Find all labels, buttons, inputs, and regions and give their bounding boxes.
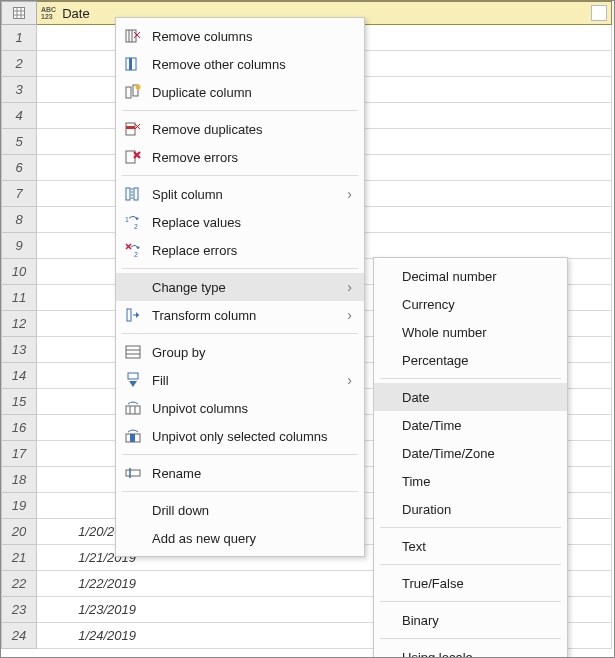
submenu-using-locale[interactable]: Using locale… [374,643,567,658]
svg-rect-34 [126,346,140,358]
svg-rect-43 [130,434,135,442]
row-header[interactable]: 11 [1,285,37,311]
menu-separator [122,333,358,334]
menu-transform-column[interactable]: Transform column › [116,301,364,329]
row-header[interactable]: 8 [1,207,37,233]
row-header[interactable]: 22 [1,571,37,597]
row-header[interactable]: 13 [1,337,37,363]
row-header[interactable]: 10 [1,259,37,285]
select-all-corner[interactable] [1,1,37,25]
menu-unpivot-columns[interactable]: Unpivot columns [116,394,364,422]
unpivot-columns-icon [124,399,142,417]
svg-marker-33 [136,312,139,318]
row-header[interactable]: 17 [1,441,37,467]
menu-separator [380,527,561,528]
rename-icon [124,464,142,482]
menu-duplicate-column[interactable]: Duplicate column [116,78,364,106]
row-header[interactable]: 20 [1,519,37,545]
remove-other-columns-icon [124,55,142,73]
row-header[interactable]: 1 [1,25,37,51]
chevron-right-icon: › [347,186,352,202]
row-header[interactable]: 24 [1,623,37,649]
remove-duplicates-icon [124,120,142,138]
row-header[interactable]: 12 [1,311,37,337]
menu-remove-duplicates[interactable]: Remove duplicates [116,115,364,143]
blank-icon [124,529,142,547]
svg-text:2: 2 [134,251,138,258]
menu-remove-columns[interactable]: Remove columns [116,22,364,50]
column-filter-dropdown[interactable] [591,5,607,21]
blank-icon [124,278,142,296]
chevron-right-icon: › [347,279,352,295]
submenu-true-false[interactable]: True/False [374,569,567,597]
menu-replace-errors[interactable]: 2 Replace errors [116,236,364,264]
menu-separator [380,601,561,602]
submenu-percentage[interactable]: Percentage [374,346,567,374]
row-header[interactable]: 3 [1,77,37,103]
submenu-whole-number[interactable]: Whole number [374,318,567,346]
menu-separator [380,638,561,639]
fill-icon [124,371,142,389]
submenu-datetimezone[interactable]: Date/Time/Zone [374,439,567,467]
menu-separator [122,454,358,455]
row-header[interactable]: 5 [1,129,37,155]
row-header[interactable]: 19 [1,493,37,519]
submenu-duration[interactable]: Duration [374,495,567,523]
menu-separator [380,378,561,379]
row-header[interactable]: 21 [1,545,37,571]
blank-icon [124,501,142,519]
submenu-binary[interactable]: Binary [374,606,567,634]
transform-column-icon [124,306,142,324]
row-header[interactable]: 15 [1,389,37,415]
menu-separator [380,564,561,565]
chevron-right-icon: › [347,372,352,388]
svg-rect-39 [126,406,140,414]
menu-remove-errors[interactable]: Remove errors [116,143,364,171]
menu-fill[interactable]: Fill › [116,366,364,394]
menu-change-type[interactable]: Change type › [116,273,364,301]
menu-split-column[interactable]: Split column › [116,180,364,208]
column-context-menu: Remove columns Remove other columns Dupl… [115,17,365,557]
menu-unpivot-only-selected[interactable]: Unpivot only selected columns [116,422,364,450]
submenu-date[interactable]: Date [374,383,567,411]
submenu-text[interactable]: Text [374,532,567,560]
row-header[interactable]: 23 [1,597,37,623]
menu-drill-down[interactable]: Drill down [116,496,364,524]
submenu-decimal-number[interactable]: Decimal number [374,262,567,290]
svg-rect-22 [126,188,130,200]
row-header[interactable]: 2 [1,51,37,77]
svg-rect-32 [127,309,131,321]
row-header[interactable]: 18 [1,467,37,493]
column-name: Date [62,6,89,21]
svg-marker-38 [129,381,137,387]
menu-add-as-new-query[interactable]: Add as new query [116,524,364,552]
any-type-icon: ABC 123 [41,6,56,20]
row-header[interactable]: 14 [1,363,37,389]
submenu-currency[interactable]: Currency [374,290,567,318]
row-header[interactable]: 7 [1,181,37,207]
menu-replace-values[interactable]: 12 Replace values [116,208,364,236]
menu-rename[interactable]: Rename [116,459,364,487]
svg-rect-0 [14,8,25,19]
row-header[interactable]: 9 [1,233,37,259]
unpivot-selected-icon [124,427,142,445]
svg-marker-27 [135,217,139,220]
split-column-icon [124,185,142,203]
row-header[interactable]: 6 [1,155,37,181]
svg-text:1: 1 [125,216,129,223]
group-by-icon [124,343,142,361]
svg-point-14 [136,85,141,90]
svg-rect-44 [126,470,140,476]
menu-group-by[interactable]: Group by [116,338,364,366]
svg-rect-11 [129,58,132,70]
submenu-time[interactable]: Time [374,467,567,495]
replace-values-icon: 12 [124,213,142,231]
submenu-datetime[interactable]: Date/Time [374,411,567,439]
menu-remove-other-columns[interactable]: Remove other columns [116,50,364,78]
remove-errors-icon [124,148,142,166]
svg-rect-12 [126,87,131,98]
row-header[interactable]: 16 [1,415,37,441]
svg-marker-31 [136,246,140,249]
row-header[interactable]: 4 [1,103,37,129]
replace-errors-icon: 2 [124,241,142,259]
